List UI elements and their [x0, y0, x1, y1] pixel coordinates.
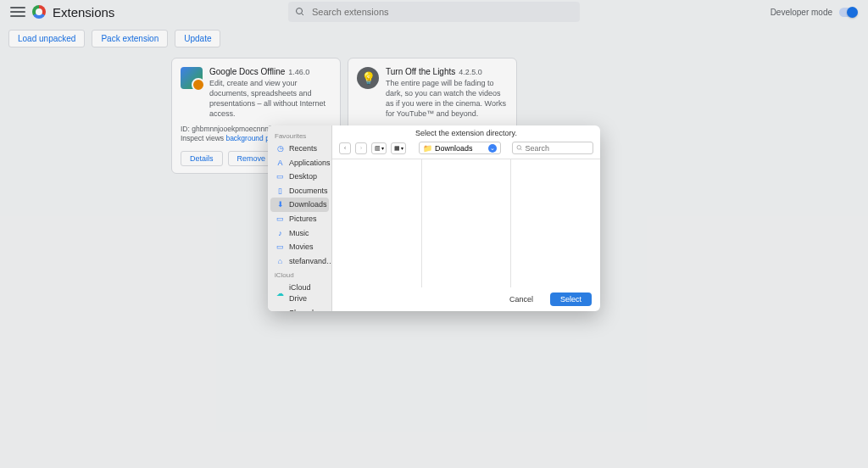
sidebar-item-icon: ⌂	[275, 257, 285, 266]
file-columns[interactable]	[332, 159, 600, 287]
sidebar-item-icon: ⬇	[275, 200, 285, 209]
sidebar-item-icon: ♪	[275, 228, 285, 237]
current-path[interactable]: 📁 Downloads ⌄	[419, 142, 501, 154]
sidebar-item-label: Applications	[289, 158, 331, 169]
sidebar-item-icloud-drive[interactable]: ☁iCloud Drive	[270, 281, 329, 305]
sidebar-item-label: iCloud Drive	[289, 282, 324, 304]
sidebar-item-applications[interactable]: AApplications	[270, 156, 329, 170]
sidebar-item-downloads[interactable]: ⬇Downloads	[270, 198, 329, 212]
sidebar-item-stefanvand-[interactable]: ⌂stefanvand…	[270, 254, 329, 269]
nav-back-button[interactable]: ‹	[339, 142, 351, 154]
sidebar-item-label: Music	[289, 228, 309, 239]
sidebar-item-documents[interactable]: ▯Documents	[270, 184, 329, 198]
view-grid-button[interactable]: ▦ ▾	[391, 142, 406, 154]
sidebar-item-label: stefanvand…	[289, 256, 332, 267]
sidebar-item-label: Desktop	[289, 171, 317, 182]
sidebar-item-shared[interactable]: ▭Shared	[270, 306, 329, 311]
sidebar-item-label: Documents	[289, 186, 328, 197]
path-dropdown-icon[interactable]: ⌄	[488, 144, 497, 153]
file-picker-dialog: Favourites ◷RecentsAApplications▭Desktop…	[268, 125, 600, 311]
file-picker-sidebar: Favourites ◷RecentsAApplications▭Desktop…	[268, 125, 332, 311]
search-icon	[516, 144, 523, 152]
sidebar-item-icon: ▭	[275, 308, 285, 311]
sidebar-section-favourites: Favourites	[268, 129, 331, 142]
dialog-toolbar: ‹ › ▥ ▾ ▦ ▾ 📁 Downloads ⌄	[332, 142, 600, 159]
sidebar-item-label: Pictures	[289, 214, 317, 225]
folder-icon: 📁	[423, 144, 432, 153]
sidebar-item-icon: ☁	[275, 288, 285, 298]
sidebar-item-icon: ▭	[275, 242, 285, 252]
dialog-search-input[interactable]	[525, 144, 589, 153]
file-column[interactable]	[332, 159, 422, 287]
sidebar-item-icon: ▭	[275, 172, 285, 181]
sidebar-item-icon: ▭	[275, 214, 285, 224]
nav-forward-button[interactable]: ›	[355, 142, 367, 154]
select-button[interactable]: Select	[550, 292, 592, 306]
sidebar-item-desktop[interactable]: ▭Desktop	[270, 170, 329, 184]
file-column[interactable]	[422, 159, 512, 287]
sidebar-item-recents[interactable]: ◷Recents	[270, 142, 329, 156]
sidebar-item-pictures[interactable]: ▭Pictures	[270, 212, 329, 226]
sidebar-section-icloud: iCloud	[268, 268, 331, 281]
dialog-title: Select the extension directory.	[332, 125, 600, 142]
svg-point-2	[516, 146, 520, 150]
dialog-footer: Cancel Select	[332, 287, 600, 311]
file-column[interactable]	[511, 159, 600, 287]
path-label: Downloads	[435, 144, 473, 153]
file-picker-main: Select the extension directory. ‹ › ▥ ▾ …	[332, 125, 600, 311]
svg-line-3	[520, 148, 521, 150]
cancel-button[interactable]: Cancel	[499, 292, 543, 306]
sidebar-item-icon: ▯	[275, 187, 285, 196]
sidebar-item-label: Shared	[289, 308, 314, 311]
sidebar-item-label: Downloads	[289, 199, 327, 210]
sidebar-item-movies[interactable]: ▭Movies	[270, 240, 329, 254]
sidebar-item-label: Recents	[289, 143, 317, 154]
view-columns-button[interactable]: ▥ ▾	[371, 142, 387, 154]
sidebar-item-label: Movies	[289, 242, 314, 253]
sidebar-item-icon: A	[275, 158, 285, 167]
sidebar-item-music[interactable]: ♪Music	[270, 226, 329, 241]
dialog-search-field[interactable]	[512, 142, 594, 154]
sidebar-item-icon: ◷	[275, 144, 285, 153]
